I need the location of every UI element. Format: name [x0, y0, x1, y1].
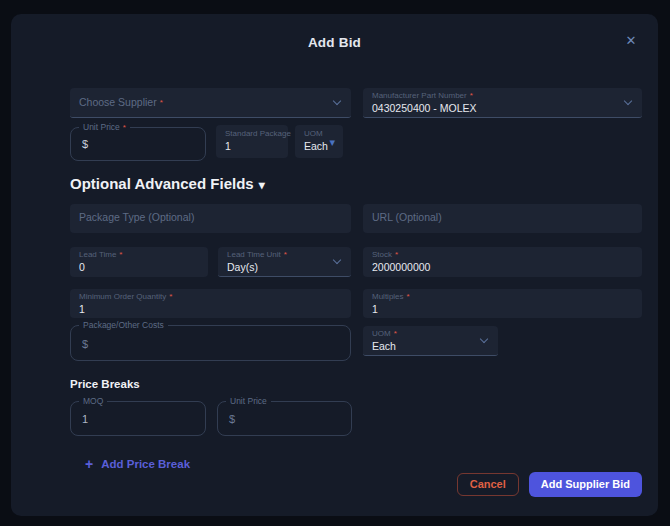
lead-time-unit-label: Lead Time Unit* — [227, 250, 342, 260]
modal-title: Add Bid — [308, 35, 361, 50]
moq-value: 1 — [82, 412, 195, 426]
multiples-value: 1 — [372, 302, 633, 316]
moq-label: MOQ — [79, 396, 107, 407]
moq-field[interactable]: MOQ 1 — [70, 401, 206, 436]
package-other-costs-field[interactable]: Package/Other Costs $ — [70, 325, 351, 361]
minimum-order-quantity-value: 1 — [79, 302, 342, 316]
uom-bottom-label: UOM* — [372, 329, 489, 339]
manufacturer-part-number-select[interactable]: Manufacturer Part Number* 0430250400 - M… — [363, 88, 642, 118]
multiples-label: Multiples* — [372, 292, 633, 302]
add-price-break-label: Add Price Break — [101, 458, 190, 470]
manufacturer-part-number-value: 0430250400 - MOLEX — [372, 101, 633, 115]
package-other-costs-value: $ — [82, 337, 340, 351]
price-breaks-heading: Price Breaks — [70, 378, 642, 391]
caret-down-icon: ▾ — [259, 178, 265, 192]
standard-package-label: Standard Package — [225, 129, 279, 139]
url-field[interactable]: URL (Optional) — [363, 204, 642, 233]
add-price-break-button[interactable]: + Add Price Break — [85, 458, 190, 470]
package-type-field[interactable]: Package Type (Optional) — [70, 204, 351, 233]
choose-supplier-select[interactable]: Choose Supplier* — [70, 88, 351, 118]
lead-time-unit-select[interactable]: Lead Time Unit* Day(s) — [218, 247, 351, 277]
pb-unit-price-value: $ — [229, 412, 341, 426]
cancel-button[interactable]: Cancel — [457, 473, 519, 496]
standard-package-field[interactable]: Standard Package 1 — [216, 125, 288, 158]
manufacturer-part-number-label: Manufacturer Part Number* — [372, 91, 633, 101]
stock-value: 2000000000 — [372, 260, 633, 274]
multiples-field[interactable]: Multiples* 1 — [363, 289, 642, 318]
package-type-placeholder: Package Type (Optional) — [79, 211, 194, 223]
plus-icon: + — [85, 458, 93, 470]
lead-time-field[interactable]: Lead Time* 0 — [70, 247, 208, 277]
choose-supplier-placeholder: Choose Supplier — [79, 96, 157, 108]
pb-unit-price-field[interactable]: Unit Price $ — [217, 401, 352, 436]
uom-select[interactable]: UOM Each ▾ — [295, 125, 343, 158]
lead-time-unit-value: Day(s) — [227, 260, 342, 274]
required-marker: * — [160, 98, 163, 107]
unit-price-field[interactable]: Unit Price* $ — [70, 127, 206, 161]
optional-advanced-fields-toggle[interactable]: Optional Advanced Fields▾ — [70, 175, 642, 193]
stock-field[interactable]: Stock* 2000000000 — [363, 247, 642, 277]
lead-time-label: Lead Time* — [79, 250, 199, 260]
chevron-down-icon — [333, 96, 341, 104]
minimum-order-quantity-field[interactable]: Minimum Order Quantity* 1 — [70, 289, 351, 318]
add-bid-modal: Add Bid ✕ Choose Supplier* Manufacturer … — [11, 14, 658, 516]
minimum-order-quantity-label: Minimum Order Quantity* — [79, 292, 342, 302]
package-other-costs-label: Package/Other Costs — [79, 320, 168, 331]
unit-price-label: Unit Price* — [79, 122, 130, 133]
uom-bottom-select[interactable]: UOM* Each — [363, 326, 498, 356]
standard-package-value: 1 — [225, 139, 279, 153]
lead-time-value: 0 — [79, 260, 199, 274]
close-icon[interactable]: ✕ — [622, 32, 640, 50]
caret-down-icon: ▾ — [329, 135, 335, 148]
pb-unit-price-label: Unit Price — [226, 396, 271, 407]
modal-header: Add Bid ✕ — [11, 14, 658, 60]
add-supplier-bid-button[interactable]: Add Supplier Bid — [529, 472, 642, 497]
modal-content: Choose Supplier* Manufacturer Part Numbe… — [11, 88, 658, 497]
uom-bottom-value: Each — [372, 339, 489, 353]
url-placeholder: URL (Optional) — [372, 211, 442, 223]
optional-advanced-fields-label: Optional Advanced Fields — [70, 175, 254, 192]
stock-label: Stock* — [372, 250, 633, 260]
unit-price-value: $ — [82, 137, 195, 151]
